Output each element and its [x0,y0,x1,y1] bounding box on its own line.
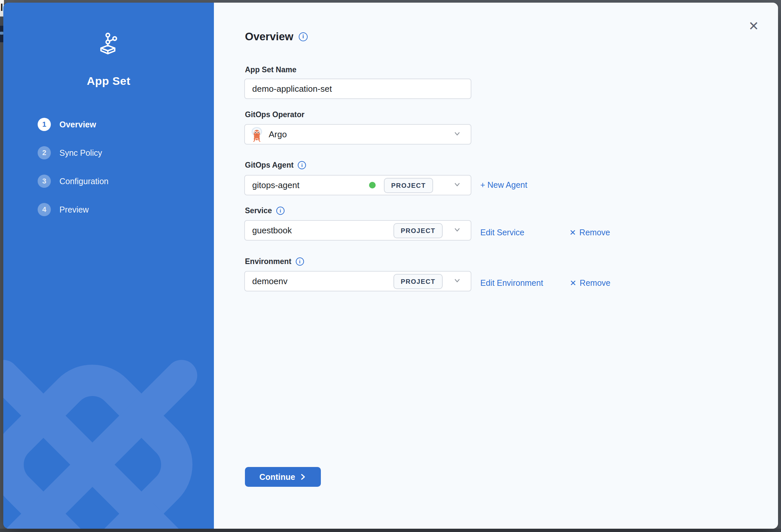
scope-badge: PROJECT [384,178,433,193]
app-set-logo-icon [96,32,121,57]
gitops-agent-label: GitOps Agent i [245,161,306,170]
service-value: guestbook [252,226,292,236]
remove-service-link[interactable]: ✕ Remove [569,228,610,237]
sidebar-watermark-graphic [3,336,211,529]
screen: li [0,0,781,532]
edit-service-link[interactable]: Edit Service [480,228,524,237]
step-configuration[interactable]: 3 Configuration [38,174,109,188]
step-number-badge: 3 [38,174,51,188]
gitops-operator-value: Argo [269,129,287,139]
environment-select[interactable]: demoenv PROJECT [244,271,471,291]
gitops-operator-label: GitOps Operator [245,110,304,119]
remove-service-label: Remove [579,228,610,237]
gitops-agent-info-icon[interactable]: i [298,161,306,169]
app-set-name-input[interactable] [244,79,471,99]
agent-health-dot [369,182,376,189]
remove-x-icon: ✕ [569,228,576,237]
new-agent-link[interactable]: + New Agent [480,180,527,190]
step-number-badge: 2 [38,146,51,159]
wizard-steps: 1 Overview 2 Sync Policy 3 Configuration… [38,118,109,231]
edit-environment-link[interactable]: Edit Environment [480,278,543,288]
background-navbar-dash [0,32,3,35]
step-label: Overview [59,120,96,129]
chevron-down-icon [454,130,461,138]
chevron-down-icon [454,181,461,190]
chevron-down-icon [454,277,461,285]
app-set-name-label: App Set Name [245,65,296,74]
remove-environment-label: Remove [580,278,610,288]
remove-environment-link[interactable]: ✕ Remove [570,278,610,288]
environment-value: demoenv [252,276,288,286]
continue-button[interactable]: Continue [245,467,321,487]
step-preview[interactable]: 4 Preview [38,203,109,216]
page-title: Overview [245,30,293,43]
background-bottom-strip [0,529,781,532]
service-select[interactable]: guestbook PROJECT [244,220,471,241]
service-info-icon[interactable]: i [276,207,285,215]
step-overview[interactable]: 1 Overview [38,118,109,131]
close-icon[interactable]: ✕ [748,20,759,32]
scope-badge: PROJECT [394,223,443,238]
step-number-badge: 4 [38,203,51,216]
step-number-badge: 1 [38,118,51,131]
wizard-title: App Set [3,75,214,87]
wizard-content-panel: ✕ Overview i App Set Name GitOps Operato… [214,3,778,529]
overview-info-icon[interactable]: i [299,32,307,41]
step-label: Sync Policy [59,148,102,158]
remove-x-icon: ✕ [570,279,576,288]
environment-info-icon[interactable]: i [296,257,304,266]
chevron-down-icon [454,226,461,235]
gitops-agent-label-text: GitOps Agent [245,161,293,170]
environment-label-text: Environment [245,257,291,266]
gitops-agent-value: gitops-agent [252,180,299,191]
service-label: Service i [245,206,285,215]
wizard-sidebar: App Set 1 Overview 2 Sync Policy 3 Confi… [3,3,214,529]
gitops-agent-select[interactable]: gitops-agent PROJECT [244,175,471,195]
chevron-right-icon [300,473,306,481]
continue-button-label: Continue [259,472,295,482]
argo-icon [250,127,263,142]
app-set-wizard-modal: App Set 1 Overview 2 Sync Policy 3 Confi… [3,3,778,529]
service-label-text: Service [245,206,272,215]
step-label: Preview [59,205,89,214]
gitops-operator-select[interactable]: Argo [244,124,471,145]
step-label: Configuration [59,176,109,186]
environment-label: Environment i [245,257,304,266]
step-sync-policy[interactable]: 2 Sync Policy [38,146,109,160]
scope-badge: PROJECT [394,274,443,289]
